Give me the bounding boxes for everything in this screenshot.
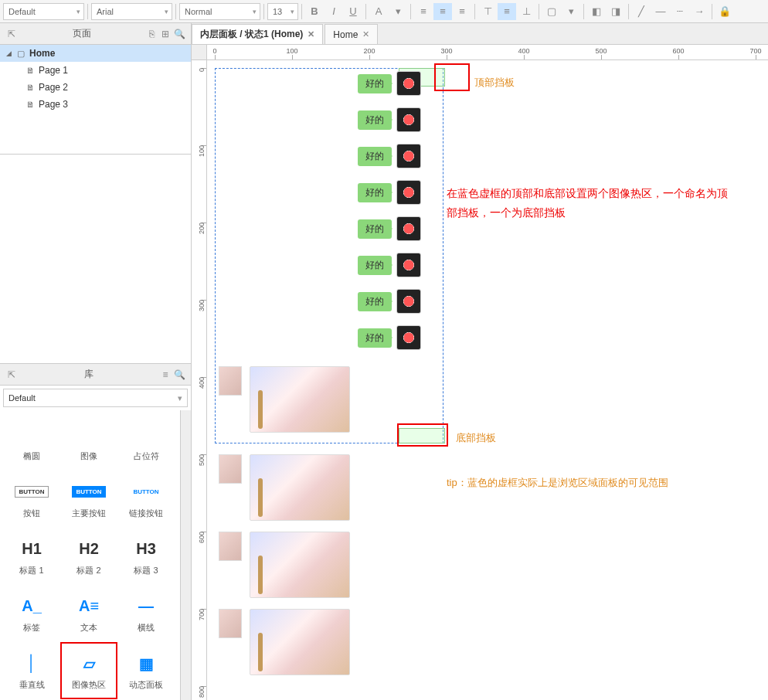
chat-message[interactable]: 好的 bbox=[358, 216, 421, 241]
scrollbar[interactable] bbox=[180, 410, 191, 700]
library-select[interactable]: Default bbox=[3, 389, 188, 407]
widget-标题 2[interactable]: H2标题 2 bbox=[60, 528, 117, 585]
line-style-button[interactable]: ╱ bbox=[632, 3, 651, 20]
widget-标题 1[interactable]: H1标题 1 bbox=[3, 528, 60, 585]
page-item[interactable]: 🗎 Page 1 bbox=[0, 62, 191, 79]
add-page-icon[interactable]: ⎘ bbox=[144, 29, 158, 39]
bold-button[interactable]: B bbox=[305, 3, 324, 20]
search-icon[interactable]: 🔍 bbox=[172, 29, 186, 39]
page-icon: 🗎 bbox=[26, 100, 36, 109]
chat-message[interactable]: 好的 bbox=[358, 180, 421, 205]
menu-icon[interactable]: ≡ bbox=[158, 369, 172, 380]
tab-panel-state[interactable]: 内层面板 / 状态1 (Home) ✕ bbox=[192, 24, 323, 44]
widget-占位符[interactable]: 占位符 bbox=[117, 413, 175, 471]
collapse-icon[interactable]: ⇱ bbox=[5, 29, 19, 39]
canvas-tabs: 内层面板 / 状态1 (Home) ✕ Home ✕ bbox=[192, 23, 768, 45]
annotation-box-bottom bbox=[397, 423, 448, 447]
align-center-button[interactable]: ≡ bbox=[433, 3, 452, 20]
photo-message[interactable] bbox=[219, 609, 350, 675]
font-select[interactable]: Arial bbox=[91, 3, 172, 20]
widget-icon: A_ bbox=[22, 594, 42, 619]
font-color-button[interactable]: A bbox=[369, 3, 388, 20]
align-left-button[interactable]: ≡ bbox=[414, 3, 433, 20]
photo-message[interactable] bbox=[219, 366, 350, 433]
inner-shadow-button[interactable]: ◨ bbox=[607, 3, 625, 20]
chat-message[interactable]: 好的 bbox=[358, 289, 421, 314]
widget-label: 按钮 bbox=[23, 508, 40, 519]
avatar bbox=[219, 454, 242, 484]
widget-label: 图像热区 bbox=[72, 679, 106, 691]
size-select[interactable]: 13 bbox=[267, 3, 298, 20]
chat-message[interactable]: 好的 bbox=[358, 71, 421, 96]
widget-label: 链接按钮 bbox=[129, 508, 163, 519]
photo bbox=[250, 454, 350, 521]
widget-label: 椭圆 bbox=[23, 450, 40, 462]
line-width-button[interactable]: — bbox=[651, 3, 670, 20]
widget-按钮[interactable]: BUTTON按钮 bbox=[3, 471, 60, 528]
photo-message[interactable] bbox=[219, 532, 350, 598]
widget-icon: — bbox=[138, 594, 154, 619]
annotation-bottom-label: 底部挡板 bbox=[456, 431, 496, 445]
arrow-button[interactable]: → bbox=[690, 3, 709, 20]
widget-标题 3[interactable]: H3标题 3 bbox=[117, 528, 175, 585]
avatar bbox=[396, 216, 421, 241]
ruler-corner bbox=[192, 45, 207, 60]
valign-bottom-button[interactable]: ⊥ bbox=[517, 3, 535, 20]
tab-home[interactable]: Home ✕ bbox=[325, 24, 378, 44]
fill-color-button[interactable]: ▢ bbox=[542, 3, 561, 20]
outer-shadow-button[interactable]: ◧ bbox=[587, 3, 606, 20]
widget-椭圆[interactable]: 椭圆 bbox=[3, 413, 60, 471]
align-right-button[interactable]: ≡ bbox=[453, 3, 471, 20]
widget-链接按钮[interactable]: BUTTON链接按钮 bbox=[117, 471, 175, 528]
page-item-home[interactable]: ◢ ▢ Home bbox=[0, 45, 191, 62]
widget-垂直线[interactable]: │垂直线 bbox=[3, 642, 60, 699]
expand-icon[interactable]: ◢ bbox=[6, 49, 14, 57]
dropdown-icon[interactable]: ▾ bbox=[562, 3, 580, 20]
annotation-tip: tip：蓝色的虚框实际上是浏览区域面板的可见范围 bbox=[447, 476, 668, 490]
photo-message[interactable] bbox=[219, 454, 350, 521]
widget-标签[interactable]: A_标签 bbox=[3, 585, 60, 642]
widget-横线[interactable]: —横线 bbox=[117, 585, 175, 642]
widget-icon: H3 bbox=[136, 537, 156, 562]
chat-message[interactable]: 好的 bbox=[358, 325, 421, 350]
chat-message[interactable]: 好的 bbox=[358, 144, 421, 168]
photo bbox=[250, 532, 350, 598]
add-folder-icon[interactable]: ⊞ bbox=[158, 29, 172, 39]
avatar bbox=[396, 144, 421, 168]
style-select[interactable]: Default bbox=[3, 3, 84, 20]
widget-图像[interactable]: 图像 bbox=[60, 413, 117, 471]
avatar bbox=[396, 253, 421, 277]
valign-top-button[interactable]: ⊤ bbox=[478, 3, 497, 20]
italic-button[interactable]: I bbox=[325, 3, 343, 20]
chat-message[interactable]: 好的 bbox=[358, 107, 421, 132]
collapse-icon[interactable]: ⇱ bbox=[5, 369, 19, 380]
search-icon[interactable]: 🔍 bbox=[172, 369, 186, 380]
library-panel-header: ⇱ 库 ≡ 🔍 bbox=[0, 364, 191, 386]
page-item[interactable]: 🗎 Page 2 bbox=[0, 79, 191, 96]
valign-middle-button[interactable]: ≡ bbox=[498, 3, 516, 20]
lock-button[interactable]: 🔒 bbox=[715, 3, 734, 20]
avatar bbox=[396, 107, 421, 132]
widget-label: 占位符 bbox=[134, 450, 159, 462]
widget-文本[interactable]: A≡文本 bbox=[60, 585, 117, 642]
weight-select[interactable]: Normal bbox=[179, 3, 260, 20]
widget-label: 标题 1 bbox=[19, 565, 43, 576]
dropdown-icon[interactable]: ▾ bbox=[389, 3, 407, 20]
close-icon[interactable]: ✕ bbox=[308, 29, 314, 39]
underline-button[interactable]: U bbox=[344, 3, 362, 20]
chat-message[interactable]: 好的 bbox=[358, 253, 421, 277]
close-icon[interactable]: ✕ bbox=[362, 29, 369, 39]
page-item[interactable]: 🗎 Page 3 bbox=[0, 96, 191, 113]
design-canvas[interactable]: 顶部挡板 在蓝色虚框的顶部和底部设置两个图像热区，一个命名为顶部挡板，一个为底部… bbox=[207, 60, 768, 700]
chat-bubble: 好的 bbox=[358, 292, 392, 311]
avatar bbox=[396, 325, 421, 350]
widget-主要按钮[interactable]: BUTTON主要按钮 bbox=[60, 471, 117, 528]
widget-icon: BUTTON bbox=[72, 480, 105, 505]
widget-icon: ▱ bbox=[83, 651, 95, 676]
avatar bbox=[396, 180, 421, 205]
widget-动态面板[interactable]: ▦动态面板 bbox=[117, 642, 175, 699]
widget-icon: │ bbox=[27, 651, 37, 676]
chat-bubble: 好的 bbox=[358, 328, 392, 348]
widget-图像热区[interactable]: ▱图像热区 bbox=[60, 642, 117, 699]
line-pattern-button[interactable]: ┄ bbox=[671, 3, 689, 20]
